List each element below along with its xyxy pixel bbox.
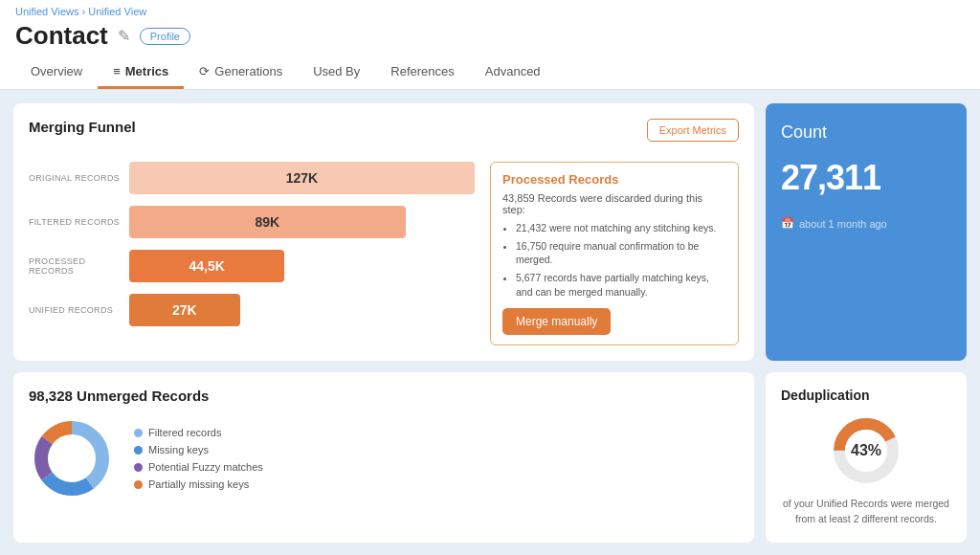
count-date-text: about 1 month ago bbox=[799, 218, 887, 230]
legend-dot-filtered bbox=[134, 429, 143, 437]
funnel-header: Merging Funnel Export Metrics bbox=[29, 119, 739, 148]
calendar-icon: 📅 bbox=[781, 217, 794, 230]
funnel-label-processed: PROCESSED RECORDS bbox=[29, 256, 129, 276]
legend-item-fuzzy: Potential Fuzzy matches bbox=[134, 461, 263, 473]
tab-advanced-label: Advanced bbox=[485, 64, 541, 78]
count-date: 📅 about 1 month ago bbox=[781, 217, 887, 230]
funnel-value-filtered: 89K bbox=[256, 214, 280, 230]
page-header: Contact ✎ Profile bbox=[15, 21, 965, 51]
legend-label-fuzzy: Potential Fuzzy matches bbox=[148, 461, 263, 473]
funnel-bars: ORIGINAL RECORDS 127K FILTERED RECORDS 8… bbox=[29, 162, 475, 345]
donut-legend: Filtered records Missing keys Potential … bbox=[134, 427, 263, 490]
legend-label-partial: Partially missing keys bbox=[148, 478, 249, 490]
funnel-value-processed: 44,5K bbox=[189, 258, 225, 274]
merging-funnel-title: Merging Funnel bbox=[29, 119, 136, 135]
legend-label-filtered: Filtered records bbox=[148, 427, 221, 438]
funnel-bar-filtered: 89K bbox=[129, 206, 406, 238]
donut-chart bbox=[29, 415, 115, 501]
tab-references-label: References bbox=[390, 64, 454, 78]
merging-funnel-card: Merging Funnel Export Metrics ORIGINAL R… bbox=[13, 103, 754, 361]
legend-dot-partial bbox=[134, 480, 143, 489]
dedup-description: of your Unified Records were merged from… bbox=[781, 497, 951, 527]
dedup-donut-wrap: 43% bbox=[828, 412, 904, 489]
legend-item-filtered: Filtered records bbox=[134, 427, 263, 438]
count-card: Count 27,311 📅 about 1 month ago bbox=[766, 103, 967, 361]
count-number: 27,311 bbox=[781, 158, 880, 198]
dedup-percent: 43% bbox=[851, 442, 881, 459]
breadcrumb-current: Unified View bbox=[88, 6, 146, 17]
funnel-bar-original: 127K bbox=[129, 162, 475, 194]
dedup-card: Deduplication 43% of your Unified Record… bbox=[766, 372, 967, 543]
funnel-label-unified: UNIFIED RECORDS bbox=[29, 305, 129, 315]
donut-wrap bbox=[29, 415, 115, 501]
tab-generations-label: Generations bbox=[214, 64, 282, 78]
processed-info-title: Processed Records bbox=[502, 172, 726, 187]
count-label: Count bbox=[781, 122, 827, 143]
legend-dot-fuzzy bbox=[134, 463, 143, 472]
top-bar: Unified Views › Unified View Contact ✎ P… bbox=[0, 0, 980, 90]
funnel-row-unified: UNIFIED RECORDS 27K bbox=[29, 294, 475, 326]
funnel-bar-wrap-original: 127K bbox=[129, 162, 475, 194]
tab-advanced[interactable]: Advanced bbox=[470, 56, 556, 89]
legend-dot-missing bbox=[134, 446, 143, 455]
funnel-row-original: ORIGINAL RECORDS 127K bbox=[29, 162, 475, 194]
processed-info-bullets: 21,432 were not matching any stitching k… bbox=[502, 221, 726, 299]
edit-icon[interactable]: ✎ bbox=[118, 27, 130, 45]
content: Merging Funnel Export Metrics ORIGINAL R… bbox=[0, 90, 980, 555]
unmerged-title: 98,328 Unmerged Records bbox=[29, 388, 739, 404]
tab-references[interactable]: References bbox=[375, 56, 469, 89]
funnel-bar-wrap-filtered: 89K bbox=[129, 206, 475, 238]
tabs: Overview ≡ Metrics ⟳ Generations Used By… bbox=[15, 56, 965, 89]
funnel-value-unified: 27K bbox=[172, 302, 197, 318]
bullet-2: 16,750 require manual confirmation to be… bbox=[516, 239, 726, 267]
tab-generations[interactable]: ⟳ Generations bbox=[184, 56, 298, 89]
tab-used-by[interactable]: Used By bbox=[298, 56, 375, 89]
funnel-content: ORIGINAL RECORDS 127K FILTERED RECORDS 8… bbox=[29, 162, 739, 345]
funnel-row-processed: PROCESSED RECORDS 44,5K bbox=[29, 250, 475, 282]
breadcrumb-parent[interactable]: Unified Views bbox=[15, 6, 78, 17]
unmerged-card: 98,328 Unmerged Records Filtered records bbox=[13, 372, 754, 543]
legend-item-missing: Missing keys bbox=[134, 444, 263, 455]
breadcrumb: Unified Views › Unified View bbox=[15, 6, 965, 17]
export-metrics-button[interactable]: Export Metrics bbox=[647, 119, 739, 142]
bullet-3: 5,677 records have partially matching ke… bbox=[516, 271, 726, 299]
tab-metrics-label: Metrics bbox=[125, 64, 169, 78]
svg-point-4 bbox=[49, 435, 95, 481]
legend-item-partial: Partially missing keys bbox=[134, 478, 263, 490]
funnel-bar-unified: 27K bbox=[129, 294, 240, 326]
dedup-title: Deduplication bbox=[781, 388, 870, 403]
processed-info-subtitle: 43,859 Records were discarded during thi… bbox=[502, 192, 726, 215]
funnel-label-original: ORIGINAL RECORDS bbox=[29, 173, 129, 183]
bullet-1: 21,432 were not matching any stitching k… bbox=[516, 221, 726, 235]
processed-info-panel: Processed Records 43,859 Records were di… bbox=[490, 162, 739, 345]
tab-metrics[interactable]: ≡ Metrics bbox=[98, 56, 184, 89]
funnel-bar-processed: 44,5K bbox=[129, 250, 284, 282]
tab-overview[interactable]: Overview bbox=[15, 56, 98, 89]
funnel-bar-wrap-unified: 27K bbox=[129, 294, 475, 326]
funnel-label-filtered: FILTERED RECORDS bbox=[29, 217, 129, 227]
funnel-value-original: 127K bbox=[286, 170, 318, 186]
page-title: Contact bbox=[15, 21, 108, 51]
generations-icon: ⟳ bbox=[199, 64, 210, 78]
legend-label-missing: Missing keys bbox=[148, 444, 209, 455]
profile-badge[interactable]: Profile bbox=[140, 28, 190, 45]
metrics-icon: ≡ bbox=[113, 64, 121, 78]
funnel-row-filtered: FILTERED RECORDS 89K bbox=[29, 206, 475, 238]
funnel-bar-wrap-processed: 44,5K bbox=[129, 250, 475, 282]
merge-manually-button[interactable]: Merge manually bbox=[502, 308, 611, 335]
unmerged-content: Filtered records Missing keys Potential … bbox=[29, 415, 739, 501]
tab-overview-label: Overview bbox=[31, 64, 82, 78]
tab-used-by-label: Used By bbox=[313, 64, 360, 78]
